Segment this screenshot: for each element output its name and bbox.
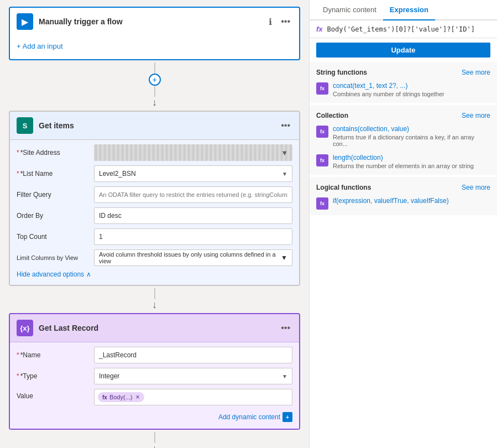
- get-items-card: S Get items ••• *Site Address ▼ *List Na…: [9, 111, 300, 286]
- collection-section: Collection See more fx contains(collecti…: [310, 105, 497, 175]
- glr-type-row: *Type Integer ▼: [17, 368, 292, 384]
- length-desc: Returns the number of elements in an arr…: [333, 163, 490, 169]
- add-step-1[interactable]: +: [149, 74, 161, 86]
- fx-icon: fx: [316, 25, 323, 33]
- glr-value-input[interactable]: fx Body(...) ×: [94, 389, 292, 405]
- get-items-title: Get items: [39, 121, 279, 130]
- top-count-input[interactable]: [94, 228, 292, 245]
- contains-icon: fx: [316, 126, 328, 138]
- trigger-icon: ▶: [17, 13, 33, 30]
- add-input-button[interactable]: + Add an input: [17, 40, 63, 53]
- glr-value-row: Value fx Body(...) ×: [17, 389, 292, 405]
- list-name-dropdown[interactable]: Level2_BSN ▼: [94, 165, 292, 182]
- top-count-label: Top Count: [17, 233, 94, 241]
- contains-name: contains(collection, value): [333, 125, 490, 133]
- if-function-item[interactable]: fx if(expression, valueIfTrue, valueIfFa…: [310, 194, 497, 213]
- glr-token-close[interactable]: ×: [135, 393, 139, 401]
- connector-line-1: [154, 62, 155, 74]
- glr-body-token: fx Body(...) ×: [98, 392, 144, 402]
- string-see-more[interactable]: See more: [462, 69, 490, 76]
- add-input-label: + Add an input: [17, 42, 63, 50]
- arrow-down-1: ↓: [152, 97, 157, 108]
- if-name: if(expression, valueIfTrue, valueIfFalse…: [333, 197, 490, 205]
- limit-columns-value: Avoid column threshold issues by only us…: [99, 251, 281, 264]
- get-items-more-button[interactable]: •••: [279, 119, 292, 132]
- formula-input[interactable]: [327, 25, 490, 33]
- trigger-info-button[interactable]: ℹ: [266, 15, 274, 28]
- get-last-record-more-button[interactable]: •••: [279, 322, 292, 334]
- connector-line-2a: [154, 288, 155, 299]
- string-functions-section: String functions See more fx concat(text…: [310, 62, 497, 103]
- dropdown-arrow-columns: ▼: [281, 254, 287, 262]
- get-last-record-title: Get Last Record: [39, 324, 279, 332]
- length-function-item[interactable]: fx length(collection) Returns the number…: [310, 150, 497, 173]
- collection-see-more[interactable]: See more: [462, 112, 490, 119]
- length-icon: fx: [316, 154, 328, 166]
- add-dynamic-label: Add dynamic content: [218, 413, 280, 421]
- glr-value-label: Value: [17, 389, 94, 400]
- limit-columns-label: Limit Columns by View: [17, 254, 94, 261]
- dropdown-arrow-list: ▼: [282, 171, 287, 177]
- filter-query-row: Filter Query: [17, 186, 292, 203]
- if-icon: fx: [316, 197, 328, 210]
- collection-header: Collection See more: [310, 107, 497, 122]
- filter-query-label: Filter Query: [17, 191, 94, 199]
- tab-dynamic-content[interactable]: Dynamic content: [316, 0, 383, 20]
- trigger-more-button[interactable]: •••: [279, 15, 292, 28]
- list-name-row: *List Name Level2_BSN ▼: [17, 165, 292, 182]
- get-last-record-card: {x} Get Last Record ••• *Name *Type Inte…: [9, 313, 300, 430]
- arrow-down-3: ↓: [152, 443, 157, 448]
- string-functions-label: String functions: [316, 69, 367, 76]
- limit-columns-dropdown[interactable]: Avoid column threshold issues by only us…: [94, 249, 292, 266]
- top-count-row: Top Count: [17, 228, 292, 245]
- logical-functions-section: Logical functions See more fx if(express…: [310, 177, 497, 215]
- order-by-row: Order By: [17, 207, 292, 224]
- connector-1: + ↓: [9, 62, 300, 108]
- glr-type-label: *Type: [17, 372, 94, 380]
- glr-token-label: Body(...): [109, 394, 133, 400]
- chevron-up-icon: ∧: [86, 270, 91, 278]
- list-name-value: Level2_BSN: [99, 170, 136, 178]
- logical-see-more[interactable]: See more: [462, 184, 490, 191]
- site-address-row: *Site Address ▼: [17, 144, 292, 161]
- glr-name-input[interactable]: [94, 347, 292, 363]
- arrow-down-2: ↓: [152, 299, 157, 311]
- glr-type-value: Integer: [99, 372, 119, 380]
- collection-label: Collection: [316, 112, 348, 119]
- dynamic-icon: +: [282, 412, 292, 422]
- order-by-input[interactable]: [94, 207, 292, 224]
- order-by-label: Order By: [17, 212, 94, 220]
- contains-function-item[interactable]: fx contains(collection, value) Returns t…: [310, 122, 497, 150]
- glr-name-row: *Name: [17, 347, 292, 363]
- concat-function-item[interactable]: fx concat(text_1, text 2?, ...) Combines…: [310, 79, 497, 101]
- get-items-icon: S: [17, 117, 33, 134]
- contains-desc: Returns true if a dictionary contains a …: [333, 134, 490, 147]
- filter-query-input[interactable]: [94, 186, 292, 203]
- limit-columns-row: Limit Columns by View Avoid column thres…: [17, 249, 292, 266]
- dropdown-arrow-site: ▼: [281, 149, 288, 157]
- hide-advanced-button[interactable]: Hide advanced options ∧: [17, 270, 91, 278]
- glr-type-dropdown[interactable]: Integer ▼: [94, 368, 292, 384]
- dropdown-arrow-glr-type: ▼: [282, 373, 287, 379]
- connector-line-3a: [154, 432, 155, 443]
- side-panel-tabs: Dynamic content Expression: [310, 0, 497, 20]
- trigger-card: ▶ Manually trigger a flow ℹ ••• + Add an…: [9, 7, 300, 60]
- add-dynamic-button[interactable]: Add dynamic content +: [218, 412, 292, 422]
- logical-label: Logical functions: [316, 184, 371, 191]
- side-panel: Dynamic content Expression fx Update Str…: [309, 0, 497, 448]
- trigger-title: Manually trigger a flow: [39, 17, 266, 26]
- formula-bar: fx: [310, 20, 497, 38]
- logical-functions-header: Logical functions See more: [310, 179, 497, 194]
- update-button[interactable]: Update: [316, 43, 490, 58]
- connector-3: ↓: [9, 432, 300, 448]
- string-functions-header: String functions See more: [310, 64, 497, 79]
- get-last-record-icon: {x}: [17, 320, 33, 336]
- connector-line-1b: [154, 86, 155, 97]
- tab-expression[interactable]: Expression: [383, 0, 435, 20]
- concat-desc: Combines any number of strings together: [333, 91, 490, 97]
- list-name-label: *List Name: [17, 170, 94, 178]
- glr-name-label: *Name: [17, 351, 94, 359]
- site-address-input[interactable]: ▼: [94, 144, 292, 161]
- concat-name: concat(text_1, text 2?, ...): [333, 82, 490, 90]
- connector-2: ↓: [9, 288, 300, 311]
